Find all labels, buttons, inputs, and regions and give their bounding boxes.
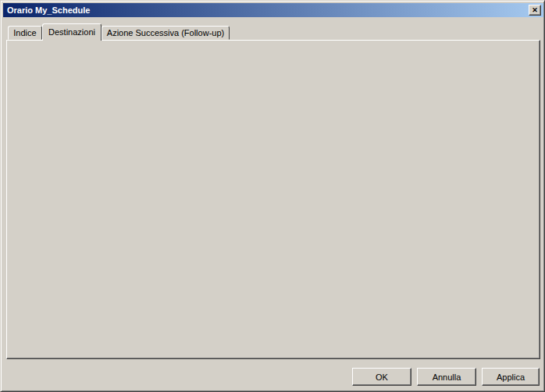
tab-destinazioni[interactable]: Destinazioni bbox=[42, 23, 102, 41]
tab-follow-up[interactable]: Azione Successiva (Follow-up) bbox=[102, 26, 230, 40]
ok-button[interactable]: OK bbox=[352, 368, 411, 386]
orario-dialog: Orario My_Schedule ✕ Indice Destinazioni… bbox=[0, 0, 545, 392]
tab-page-destinazioni bbox=[6, 40, 540, 359]
tab-indice[interactable]: Indice bbox=[8, 26, 42, 40]
title-bar[interactable]: Orario My_Schedule ✕ bbox=[3, 3, 543, 17]
annulla-button[interactable]: Annulla bbox=[417, 368, 476, 386]
close-icon[interactable]: ✕ bbox=[529, 5, 541, 16]
window-title: Orario My_Schedule bbox=[7, 5, 90, 15]
applica-button[interactable]: Applica bbox=[482, 368, 540, 386]
